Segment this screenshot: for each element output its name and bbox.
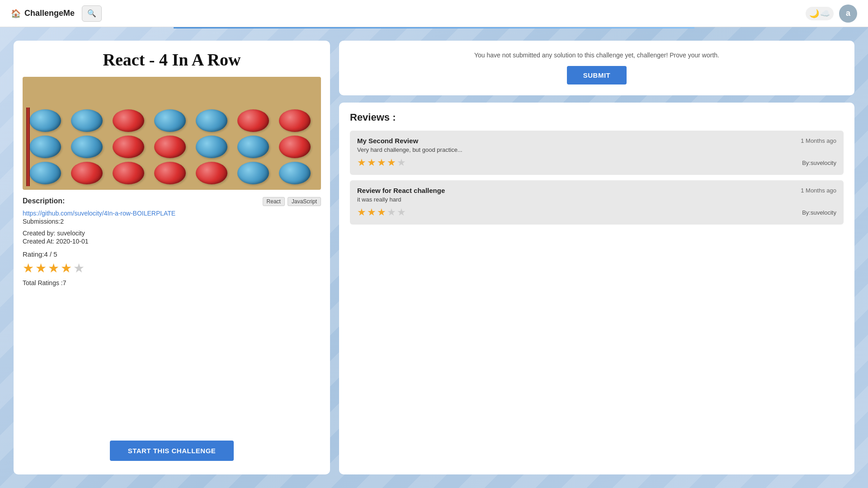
submit-card: You have not submitted any solution to t… — [339, 41, 854, 95]
board-cell — [279, 136, 311, 158]
review-stars-1: ★ ★ ★ ★ ★ — [357, 157, 406, 169]
star-1: ★ — [23, 261, 34, 276]
board-col-7 — [276, 108, 314, 186]
review-header-2: Review for React challenge 1 Months ago — [357, 187, 836, 194]
rev1-star-3: ★ — [377, 157, 386, 169]
board-cell — [29, 136, 61, 158]
review-time-2: 1 Months ago — [801, 187, 836, 194]
review-item-1: My Second Review 1 Months ago Very hard … — [350, 131, 844, 175]
rev2-star-5: ★ — [397, 206, 406, 218]
tag-react: React — [263, 197, 285, 206]
board-cell — [279, 162, 311, 184]
review-text-2: it was really hard — [357, 196, 836, 203]
board-cell — [71, 136, 103, 158]
start-challenge-button[interactable]: START THIS CHALLENGE — [110, 441, 234, 461]
review-footer-2: ★ ★ ★ ★ ★ By:suvelocity — [357, 206, 836, 218]
board-cell — [196, 136, 227, 158]
description-section: Description: React JavaScript https://gi… — [23, 197, 321, 441]
board-cell — [196, 109, 227, 132]
board-cell — [113, 136, 144, 158]
house-icon: 🏠 — [11, 9, 21, 19]
search-icon: 🔍 — [87, 9, 96, 18]
tag-javascript: JavaScript — [288, 197, 321, 206]
board-cell — [279, 109, 311, 132]
review-time-1: 1 Months ago — [801, 137, 836, 144]
board-cell — [154, 109, 186, 132]
challenge-card: React - 4 In A Row — [14, 41, 330, 474]
board-col-2 — [68, 108, 106, 186]
review-item-2: Review for React challenge 1 Months ago … — [350, 180, 844, 225]
star-2: ★ — [35, 261, 47, 276]
description-label: Description: — [23, 197, 65, 205]
board-cell — [71, 109, 103, 132]
review-name-1: My Second Review — [357, 137, 418, 145]
search-button[interactable]: 🔍 — [82, 5, 102, 22]
loading-bar — [174, 27, 694, 28]
board-col-5 — [193, 108, 231, 186]
right-panel: You have not submitted any solution to t… — [339, 41, 854, 474]
review-footer-1: ★ ★ ★ ★ ★ By:suvelocity — [357, 157, 836, 169]
rev1-star-2: ★ — [367, 157, 376, 169]
board-cell — [154, 136, 186, 158]
tags-container: React JavaScript — [263, 197, 321, 206]
rev2-star-3: ★ — [377, 206, 386, 218]
review-name-2: Review for React challenge — [357, 187, 445, 194]
star-4: ★ — [61, 261, 72, 276]
theme-toggle-button[interactable]: 🌙 ☁️ — [806, 7, 834, 20]
review-stars-2: ★ ★ ★ ★ ★ — [357, 206, 406, 218]
rev2-star-2: ★ — [367, 206, 376, 218]
rev1-star-5: ★ — [397, 157, 406, 169]
no-submission-text: You have not submitted any solution to t… — [474, 52, 719, 59]
board-cell — [237, 136, 269, 158]
board-cell — [154, 162, 186, 184]
created-by: Created by: suvelocity — [23, 230, 321, 237]
board-cell — [71, 162, 103, 184]
description-row: Description: React JavaScript — [23, 197, 321, 206]
cloud-icon: ☁️ — [820, 9, 830, 19]
board-cell — [29, 162, 61, 184]
reviews-title: Reviews : — [350, 112, 844, 123]
rating-text: Rating:4 / 5 — [23, 250, 321, 258]
star-3: ★ — [48, 261, 59, 276]
board-col-1 — [26, 108, 64, 186]
board-col-4 — [151, 108, 189, 186]
game-board — [23, 77, 321, 190]
logo: 🏠 ChallengeMe — [11, 9, 75, 19]
star-5: ★ — [73, 261, 85, 276]
board-columns — [26, 80, 317, 186]
header: 🏠 ChallengeMe 🔍 🌙 ☁️ a — [0, 0, 868, 27]
created-at: Created At: 2020-10-01 — [23, 238, 321, 245]
header-left: 🏠 ChallengeMe 🔍 — [11, 5, 102, 22]
board-cell — [29, 109, 61, 132]
board-cell — [237, 162, 269, 184]
reviews-card: Reviews : My Second Review 1 Months ago … — [339, 103, 854, 474]
review-text-1: Very hard challenge, but good practice..… — [357, 146, 836, 153]
page-background: React - 4 In A Row — [0, 27, 868, 488]
submit-button[interactable]: SUBMIT — [567, 66, 627, 84]
logo-text: ChallengeMe — [24, 9, 75, 18]
header-right: 🌙 ☁️ a — [806, 5, 857, 23]
board-col-6 — [234, 108, 272, 186]
total-ratings: Total Ratings :7 — [23, 279, 321, 286]
review-author-1: By:suvelocity — [802, 160, 836, 166]
moon-icon: 🌙 — [809, 9, 819, 19]
board-cell — [237, 109, 269, 132]
avatar[interactable]: a — [839, 5, 857, 23]
board-cell — [196, 162, 227, 184]
rev2-star-4: ★ — [387, 206, 396, 218]
review-header-1: My Second Review 1 Months ago — [357, 137, 836, 145]
challenge-title: React - 4 In A Row — [23, 50, 321, 70]
board-col-3 — [109, 108, 147, 186]
rating-stars: ★ ★ ★ ★ ★ — [23, 261, 321, 276]
board-cell — [113, 109, 144, 132]
rev2-star-1: ★ — [357, 206, 366, 218]
submissions-count: Submissions:2 — [23, 218, 321, 225]
github-link[interactable]: https://github.com/suvelocity/4In-a-row-… — [23, 210, 321, 217]
board-cell — [113, 162, 144, 184]
rev1-star-1: ★ — [357, 157, 366, 169]
review-author-2: By:suvelocity — [802, 209, 836, 216]
rev1-star-4: ★ — [387, 157, 396, 169]
